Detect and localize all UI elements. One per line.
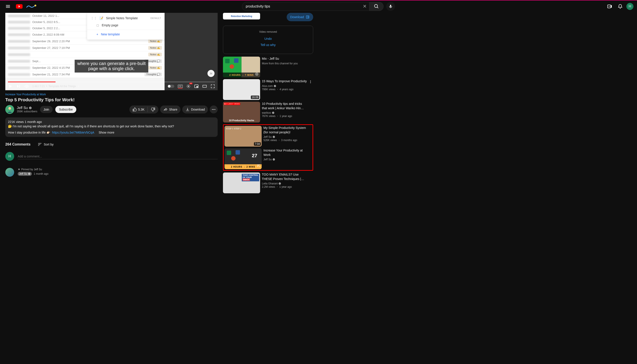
search-button[interactable] xyxy=(369,2,384,11)
verified-icon xyxy=(274,85,276,87)
menu-button[interactable] xyxy=(4,2,12,11)
channel-avatar[interactable] xyxy=(5,105,14,114)
description-box[interactable]: 221K views 1 month ago 🤔 I'm not saying … xyxy=(5,118,218,137)
svg-point-23 xyxy=(273,136,275,138)
subscriber-count: 359K subscribers xyxy=(17,110,38,113)
account-avatar[interactable]: H xyxy=(626,3,634,10)
more-actions-button[interactable] xyxy=(210,106,218,114)
clear-search-icon[interactable] xyxy=(362,4,367,8)
recommendation-channel: Jeff Su xyxy=(264,135,306,138)
removed-label: Video removed xyxy=(228,30,308,34)
autoplay-toggle[interactable] xyxy=(168,85,174,88)
svg-point-21 xyxy=(310,82,311,83)
verified-icon xyxy=(272,112,274,114)
svg-point-16 xyxy=(256,73,258,76)
recommendation-meta: 526K views ・ 3 months ago xyxy=(264,138,306,142)
svg-point-17 xyxy=(256,74,258,75)
recommendation-item[interactable]: 27 2 HOURS → 2 MINS Increase Your Produc… xyxy=(224,148,312,169)
tell-us-why-link[interactable]: Tell us why xyxy=(228,43,308,47)
video-removed-card: Video removed Undo Tell us why xyxy=(223,26,313,54)
comment-age: 1 month ago xyxy=(34,172,48,175)
recommendation-item[interactable]: 16:09 15 Ways To Improve Productivity Al… xyxy=(223,79,313,100)
highlighted-recommendations: STEP 1 STEP 2 7:04 My Simple Productivit… xyxy=(223,124,313,171)
svg-point-4 xyxy=(188,86,189,87)
svg-point-19 xyxy=(310,80,311,81)
doodle-icon xyxy=(26,4,37,9)
join-button[interactable]: Join xyxy=(40,106,53,113)
fullscreen-button[interactable] xyxy=(210,84,215,88)
download-button[interactable]: Download xyxy=(182,106,208,114)
play-button[interactable] xyxy=(8,84,13,89)
recommendation-title: Increase Your Productivity at Work xyxy=(264,148,306,157)
view-count-date: 221K views 1 month ago xyxy=(8,120,215,124)
verified-icon xyxy=(272,136,275,138)
recommendation-thumbnail: STEP 1 STEP 2 7:04 xyxy=(224,126,262,146)
svg-point-1 xyxy=(374,4,378,8)
svg-point-12 xyxy=(213,109,214,110)
recommendation-item[interactable]: 2 HOURS → ? MINS Mix - Jeff Su More from… xyxy=(223,56,313,78)
svg-point-22 xyxy=(272,112,274,114)
svg-rect-6 xyxy=(196,86,198,87)
search-input[interactable] xyxy=(242,2,369,11)
recommendation-menu-button[interactable] xyxy=(308,79,313,84)
svg-point-9 xyxy=(8,107,11,110)
voice-search-button[interactable] xyxy=(386,2,395,11)
subscribe-button[interactable]: Subscribe xyxy=(55,106,76,113)
svg-point-11 xyxy=(212,109,213,110)
description-text: 🤔 I'm not saying we should all quiet qui… xyxy=(8,124,215,128)
comments-count: 264 Comments xyxy=(5,142,30,146)
comment-author-chip[interactable]: Jeff Su xyxy=(18,172,32,176)
undo-link[interactable]: Undo xyxy=(228,37,308,40)
youtube-logo[interactable] xyxy=(16,4,22,8)
recommendation-title: 15 Ways To Improve Productivity xyxy=(262,79,308,84)
recommendation-item[interactable]: STEP 1 STEP 2 7:04 My Simple Productivit… xyxy=(224,126,312,146)
comment-input[interactable] xyxy=(18,154,218,159)
time-display: 1:44 / 7:21•Template All the Things xyxy=(32,85,80,88)
recommendation-channel: warikoo xyxy=(262,111,308,114)
create-button[interactable] xyxy=(605,2,614,11)
recommendation-thumbnail: 16:09 xyxy=(223,79,260,100)
commenter-avatar[interactable] xyxy=(5,168,14,177)
recommendation-title: TOO MANY EMAILS? Use THESE Proven Techni… xyxy=(262,172,308,181)
recommendation-meta: 767K views ・ 1 year ago xyxy=(262,114,308,118)
settings-button[interactable]: HD xyxy=(186,84,191,88)
recommendation-title: My Simple Productivity System (for norma… xyxy=(264,126,306,134)
video-title: Top 5 Productivity Tips for Work! xyxy=(5,97,218,102)
recommendation-channel: Jeff Su xyxy=(264,158,306,161)
dislike-button[interactable] xyxy=(148,106,158,114)
playlist-link[interactable]: Increase Your Productivity at Work xyxy=(5,93,218,96)
volume-button[interactable] xyxy=(24,84,29,88)
miniplayer-button[interactable] xyxy=(194,84,198,88)
recommendation-thumbnail: 2 HOURS → ? MINS xyxy=(223,56,260,78)
video-player[interactable]: October 11, 2022 1... October 5, 2022 8:… xyxy=(5,13,218,90)
svg-point-0 xyxy=(34,5,36,6)
svg-rect-7 xyxy=(203,85,206,87)
channel-name[interactable]: Jeff Su xyxy=(17,106,38,110)
description-link[interactable]: https://youtu.be/7M6bIeVbCqA xyxy=(52,131,94,134)
svg-point-10 xyxy=(29,107,32,110)
sidebar-download-button[interactable]: Download xyxy=(287,13,313,21)
recommendation-channel: Alux.com xyxy=(262,84,308,88)
recommendation-item[interactable]: TAKE CONTROLOF YOURINBOX TOO MANY EMAILS… xyxy=(223,172,313,193)
like-button[interactable]: 5.3K xyxy=(130,106,148,114)
sort-button[interactable]: Sort by xyxy=(38,142,54,146)
recommendation-thumbnail: 27 2 HOURS → 2 MINS xyxy=(224,148,262,169)
verified-icon xyxy=(278,182,281,185)
show-more-button[interactable]: Show more xyxy=(99,131,114,134)
recommendation-channel: Leila Gharani xyxy=(262,182,308,185)
captions-button[interactable]: CC xyxy=(178,85,183,88)
recommendation-channel: More from this channel for you xyxy=(262,62,308,65)
template-dropdown: ⋮⋮📝Simple Notes TemplateDEFAULT ◻Empty p… xyxy=(87,13,164,40)
theater-button[interactable] xyxy=(202,84,207,88)
svg-point-14 xyxy=(28,173,30,175)
sponsor-thumbnail[interactable]: Retention Marketing xyxy=(223,13,260,20)
recommendation-thumbnail: TAKE CONTROLOF YOURINBOX xyxy=(223,172,260,193)
recommendation-item[interactable]: ▶ 6 LAKH+ VIEWS 10 Productivity Hacks 10… xyxy=(223,102,313,122)
recommendation-meta: 786K views ・ 4 years ago xyxy=(262,88,308,91)
notifications-button[interactable] xyxy=(616,2,624,11)
share-button[interactable]: Share xyxy=(160,106,180,114)
svg-point-24 xyxy=(273,158,275,160)
recommendation-meta: 2.2M views ・ 1 year ago xyxy=(262,185,308,189)
svg-rect-2 xyxy=(390,5,391,7)
next-button[interactable] xyxy=(16,84,21,88)
